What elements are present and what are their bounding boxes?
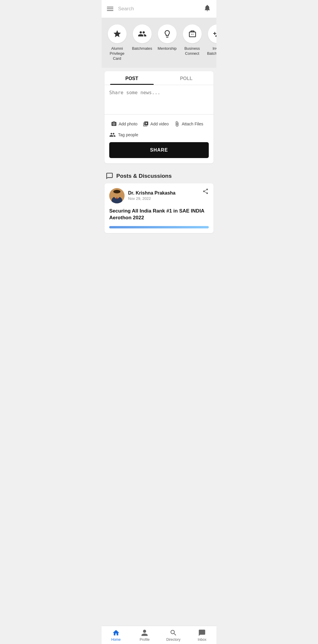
post-image-preview — [109, 226, 209, 228]
app-header: Search — [102, 0, 216, 18]
svg-point-4 — [113, 190, 120, 193]
post-textarea[interactable] — [105, 85, 213, 114]
camera-icon — [111, 121, 117, 127]
feature-business-connect[interactable]: Business Connect — [180, 24, 205, 61]
feature-invite-batchmates[interactable]: Invite Batchmates — [205, 24, 216, 61]
share-icon — [202, 188, 209, 195]
feature-mentorship[interactable]: Mentorship — [155, 24, 180, 61]
people-icon — [138, 29, 147, 38]
add-person-icon — [213, 29, 217, 38]
post-poll-tabs: POST POLL — [105, 71, 213, 85]
author-date: Nov 29, 2022 — [128, 196, 175, 201]
feature-label-business-connect: Business Connect — [180, 46, 204, 56]
feature-batchmates[interactable]: Batchmates — [130, 24, 155, 61]
search-input[interactable]: Search — [118, 6, 203, 12]
tab-post[interactable]: POST — [105, 71, 159, 85]
discussions-icon — [106, 172, 113, 180]
post-poll-card: POST POLL Add photo Add video Attach Fil… — [105, 71, 213, 163]
add-photo-label: Add photo — [119, 122, 138, 126]
post-share-icon[interactable] — [202, 188, 209, 196]
tag-people-button[interactable]: Tag people — [105, 130, 213, 142]
attach-files-label: Attach Files — [182, 122, 203, 126]
attach-files-button[interactable]: Attach Files — [172, 120, 205, 128]
feature-label-invite-batchmates: Invite Batchmates — [206, 46, 217, 56]
invite-batchmates-icon-circle — [208, 24, 217, 43]
author-details: Dr. Krishna Prakasha Nov 29, 2022 — [128, 190, 175, 201]
discussion-post-card: Dr. Krishna Prakasha Nov 29, 2022 Securi… — [105, 183, 213, 233]
post-author-row: Dr. Krishna Prakasha Nov 29, 2022 — [109, 188, 209, 203]
post-actions-row: Add photo Add video Attach Files — [105, 116, 213, 130]
star-icon — [113, 29, 122, 38]
features-section: Alumni Privilege Card Batchmates Mentors… — [102, 18, 216, 68]
add-video-button[interactable]: Add video — [141, 120, 170, 128]
hamburger-menu[interactable] — [107, 7, 113, 11]
bulb-icon — [163, 29, 172, 38]
discussions-section-header: Posts & Discussions — [102, 167, 216, 183]
author-info: Dr. Krishna Prakasha Nov 29, 2022 — [109, 188, 175, 203]
post-title: Securing All India Rank #1 in SAE INDIA … — [109, 208, 209, 222]
briefcase-icon — [188, 29, 197, 38]
feature-alumni-privilege-card[interactable]: Alumni Privilege Card — [105, 24, 130, 61]
tab-poll[interactable]: POLL — [159, 71, 213, 85]
attach-icon — [174, 121, 180, 127]
notification-bell-icon[interactable] — [203, 4, 211, 14]
video-icon — [143, 121, 149, 127]
alumni-privilege-card-icon-circle — [108, 24, 127, 43]
avatar-image — [109, 188, 125, 203]
tag-people-icon — [109, 132, 116, 138]
business-connect-icon-circle — [183, 24, 202, 43]
add-video-label: Add video — [150, 122, 169, 126]
tag-people-label: Tag people — [118, 132, 138, 137]
author-name: Dr. Krishna Prakasha — [128, 190, 175, 196]
mentorship-icon-circle — [158, 24, 177, 43]
discussions-title: Posts & Discussions — [116, 173, 172, 179]
add-photo-button[interactable]: Add photo — [109, 120, 139, 128]
feature-label-batchmates: Batchmates — [132, 46, 152, 51]
share-button[interactable]: SHARE — [109, 142, 209, 158]
feature-label-alumni: Alumni Privilege Card — [105, 46, 129, 61]
avatar — [109, 188, 125, 203]
feature-label-mentorship: Mentorship — [158, 46, 176, 51]
batchmates-icon-circle — [133, 24, 152, 43]
